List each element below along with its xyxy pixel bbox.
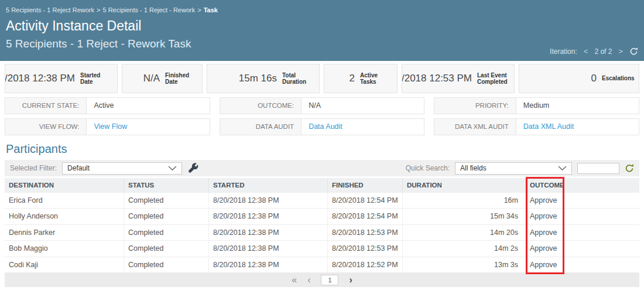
table-row[interactable]: Codi Kaji Completed 8/20/2018 12:38 PM 8… bbox=[5, 257, 639, 273]
detail-label: VIEW FLOW: bbox=[5, 119, 87, 135]
stat-label: Finished Date bbox=[165, 72, 198, 86]
cell-outcome: Approve bbox=[526, 241, 639, 256]
selected-filter-select[interactable]: Default bbox=[62, 162, 182, 175]
cell-finished: 8/20/2018 12:53 PM bbox=[328, 241, 403, 256]
cell-started: 8/20/2018 12:38 PM bbox=[209, 225, 328, 240]
cell-finished: 8/20/2018 12:52 PM bbox=[328, 257, 403, 272]
iteration-value: 2 of 2 bbox=[594, 47, 612, 56]
iteration-next-icon[interactable]: > bbox=[618, 47, 623, 56]
cell-started: 8/20/2018 12:38 PM bbox=[209, 257, 328, 272]
table-row[interactable]: Erica Ford Completed 8/20/2018 12:38 PM … bbox=[5, 193, 639, 209]
detail-label: DATA AUDIT bbox=[220, 119, 302, 135]
quick-search-field-select[interactable]: All fields bbox=[455, 162, 572, 175]
chevron-down-icon bbox=[558, 166, 567, 170]
cell-started: 8/20/2018 12:38 PM bbox=[209, 193, 328, 208]
stat-label: Started Date bbox=[80, 72, 114, 86]
detail-label: OUTCOME: bbox=[220, 98, 302, 114]
cell-outcome: Approve bbox=[526, 225, 639, 240]
pagination-first-icon[interactable]: « bbox=[292, 275, 297, 285]
cell-duration: 13m 3s bbox=[403, 257, 526, 272]
stat-card-escalations: 0 Escalations bbox=[519, 64, 639, 93]
cell-destination: Codi Kaji bbox=[5, 257, 124, 272]
column-header-destination[interactable]: DESTINATION bbox=[5, 178, 124, 193]
iteration-prev-icon[interactable]: < bbox=[584, 47, 588, 56]
pagination-next-icon[interactable]: › bbox=[349, 275, 352, 285]
quick-search-label: Quick Search: bbox=[406, 164, 450, 172]
stats-row: 8/20/2018 12:38 PM Started Date N/A Fini… bbox=[5, 64, 639, 93]
cell-outcome: Approve bbox=[526, 193, 639, 208]
iteration-controls: Iteration: < 2 of 2 > bbox=[550, 47, 638, 56]
cell-destination: Holly Anderson bbox=[5, 209, 124, 224]
cell-status: Completed bbox=[124, 193, 209, 208]
breadcrumb-item[interactable]: 5 Recipients - 1 Reject - Rework bbox=[102, 6, 195, 13]
breadcrumb: 5 Recipients - 1 Reject Rework>5 Recipie… bbox=[0, 0, 644, 13]
cell-started: 8/20/2018 12:38 PM bbox=[209, 241, 328, 256]
detail-label: CURRENT STATE: bbox=[5, 98, 87, 114]
cell-destination: Dennis Parker bbox=[5, 225, 124, 240]
breadcrumb-separator: > bbox=[97, 6, 100, 13]
details-grid: CURRENT STATE: Active OUTCOME: N/A PRIOR… bbox=[5, 97, 639, 135]
table-row[interactable]: Bob Maggio Completed 8/20/2018 12:38 PM … bbox=[5, 241, 639, 257]
page-title: Activity Instance Detail bbox=[6, 18, 644, 34]
column-header-status[interactable]: STATUS bbox=[124, 178, 209, 193]
cell-started: 8/20/2018 12:38 PM bbox=[209, 209, 328, 224]
column-header-finished[interactable]: FINISHED bbox=[328, 178, 403, 193]
detail-outcome: OUTCOME: N/A bbox=[220, 97, 425, 114]
view-flow-link[interactable]: View Flow bbox=[87, 119, 127, 135]
pagination-bar: « ‹ 1 › bbox=[5, 273, 639, 287]
stat-value: 0 bbox=[591, 73, 597, 84]
quick-search-field-value: All fields bbox=[460, 164, 487, 172]
detail-view-flow: VIEW FLOW: View Flow bbox=[5, 118, 210, 135]
filter-bar: Selected Filter: Default Quick Search: A… bbox=[5, 160, 639, 176]
page-subtitle: 5 Recipients - 1 Reject - Rework Task bbox=[6, 37, 644, 50]
cell-duration: 14m 20s bbox=[403, 225, 526, 240]
cell-status: Completed bbox=[124, 225, 209, 240]
stat-value: 15m 16s bbox=[239, 73, 277, 84]
data-audit-link[interactable]: Data Audit bbox=[302, 119, 342, 135]
detail-value: Active bbox=[87, 98, 114, 114]
cell-status: Completed bbox=[124, 257, 209, 272]
participants-table: DESTINATION STATUS STARTED FINISHED DURA… bbox=[5, 178, 639, 273]
stat-value: 2 bbox=[350, 73, 355, 84]
table-row[interactable]: Holly Anderson Completed 8/20/2018 12:38… bbox=[5, 209, 639, 224]
cell-duration: 16m bbox=[403, 193, 526, 208]
stat-card-total-duration: 15m 16s Total Duration bbox=[207, 64, 320, 93]
wrench-icon[interactable] bbox=[187, 162, 199, 174]
stat-value: 8/20/2018 12:38 PM bbox=[5, 73, 75, 84]
column-header-outcome[interactable]: OUTCOME bbox=[526, 178, 639, 193]
table-header-row: DESTINATION STATUS STARTED FINISHED DURA… bbox=[5, 178, 639, 193]
cell-finished: 8/20/2018 12:53 PM bbox=[328, 225, 403, 240]
stat-label: Escalations bbox=[602, 75, 635, 82]
chevron-down-icon bbox=[168, 166, 177, 170]
detail-current-state: CURRENT STATE: Active bbox=[5, 97, 210, 114]
stat-card-finished-date: N/A Finished Date bbox=[122, 64, 203, 93]
cell-status: Completed bbox=[124, 241, 209, 256]
cell-destination: Erica Ford bbox=[5, 193, 124, 208]
detail-priority: PRIORITY: Medium bbox=[434, 97, 639, 114]
stat-label: Active Tasks bbox=[360, 72, 393, 86]
cell-duration: 15m 34s bbox=[403, 209, 526, 224]
search-refresh-icon[interactable] bbox=[625, 163, 634, 173]
cell-status: Completed bbox=[124, 209, 209, 224]
breadcrumb-separator: > bbox=[197, 6, 201, 13]
breadcrumb-item-current: Task bbox=[204, 6, 218, 13]
refresh-icon[interactable] bbox=[629, 47, 638, 56]
cell-outcome: Approve bbox=[526, 209, 639, 224]
detail-label: DATA XML AUDIT bbox=[434, 119, 516, 135]
cell-destination: Bob Maggio bbox=[5, 241, 124, 256]
breadcrumb-item[interactable]: 5 Recipients - 1 Reject Rework bbox=[6, 6, 94, 13]
data-xml-audit-link[interactable]: Data XML Audit bbox=[516, 119, 574, 135]
quick-search-input[interactable] bbox=[577, 163, 619, 174]
selected-filter-value: Default bbox=[67, 164, 90, 172]
detail-label: PRIORITY: bbox=[434, 98, 516, 114]
column-header-duration[interactable]: DURATION bbox=[403, 178, 526, 193]
detail-value: N/A bbox=[302, 98, 321, 114]
pagination-prev-icon[interactable]: ‹ bbox=[307, 275, 310, 285]
cell-finished: 8/20/2018 12:54 PM bbox=[328, 209, 403, 224]
iteration-label: Iteration: bbox=[550, 47, 577, 56]
column-header-started[interactable]: STARTED bbox=[209, 178, 328, 193]
table-row[interactable]: Dennis Parker Completed 8/20/2018 12:38 … bbox=[5, 225, 639, 241]
stat-label: Total Duration bbox=[282, 72, 316, 86]
cell-outcome: Approve bbox=[526, 257, 639, 272]
pagination-current-page[interactable]: 1 bbox=[321, 275, 338, 285]
